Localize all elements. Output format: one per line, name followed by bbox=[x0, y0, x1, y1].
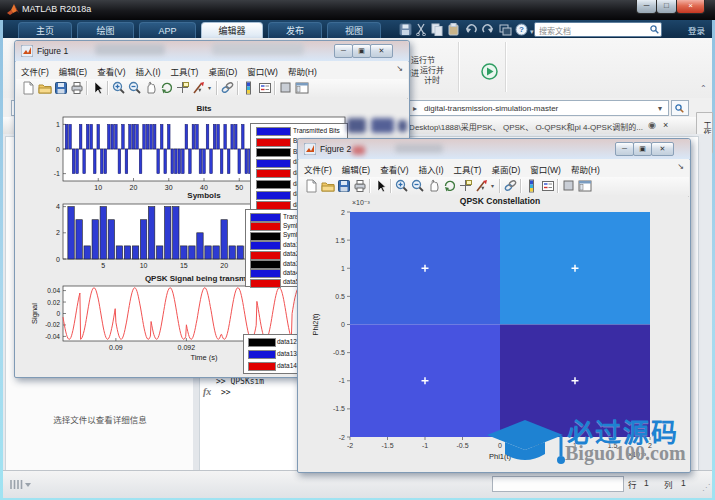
address-dropdown-icon[interactable]: ▾ bbox=[658, 104, 662, 113]
toolstrip-tab-bar: 主页绘图APP编辑器发布视图 ?▾ 搜索文档 登录 bbox=[3, 20, 712, 38]
new-document-icon[interactable] bbox=[304, 179, 318, 193]
rotate-3d-icon[interactable] bbox=[443, 179, 457, 193]
pan-icon[interactable] bbox=[144, 81, 158, 95]
tab-editor[interactable]: 编辑器 bbox=[201, 22, 263, 39]
tab-2[interactable]: APP bbox=[139, 22, 196, 39]
menubar-overflow-icon[interactable]: ↘ bbox=[396, 64, 403, 73]
tab-4[interactable]: 发布 bbox=[268, 22, 322, 39]
figure2-menu-2[interactable]: 查看(V) bbox=[375, 160, 413, 175]
svg-text:15: 15 bbox=[180, 262, 188, 269]
link-plot-icon[interactable] bbox=[221, 81, 235, 95]
cursor-icon[interactable] bbox=[91, 81, 105, 95]
folder-search-button[interactable] bbox=[671, 100, 689, 116]
run-and-time-label2: 计时 bbox=[424, 74, 440, 85]
run-and-time-icon[interactable] bbox=[481, 63, 498, 80]
resize-grip[interactable]: ⋰ bbox=[702, 483, 710, 492]
figure2-menu-3[interactable]: 插入(I) bbox=[414, 160, 449, 175]
undo-icon[interactable] bbox=[465, 23, 478, 36]
tab-0[interactable]: 主页 bbox=[18, 22, 72, 39]
svg-text:-1: -1 bbox=[422, 442, 428, 449]
minimize-button[interactable]: ─ bbox=[334, 44, 353, 58]
show-plot-tools-icon[interactable] bbox=[578, 179, 592, 193]
maximize-button[interactable]: ▣ bbox=[633, 142, 652, 156]
figure1-menu-3[interactable]: 插入(I) bbox=[131, 62, 166, 77]
document-close-icon[interactable]: × bbox=[663, 120, 668, 130]
legend-swatch bbox=[256, 159, 291, 168]
close-button[interactable]: × bbox=[676, 0, 705, 14]
print-icon[interactable] bbox=[70, 81, 84, 95]
figure1-menu-0[interactable]: 文件(F) bbox=[16, 62, 54, 77]
figure2-menu-0[interactable]: 文件(F) bbox=[299, 160, 337, 175]
new-document-icon[interactable] bbox=[21, 81, 35, 95]
maximize-button[interactable]: □ bbox=[656, 0, 677, 14]
maximize-button[interactable]: ▣ bbox=[352, 44, 371, 58]
document-title[interactable]: Z\Desktop\1888\采用PSK、 QPSK、 O-QPSK和pi 4-… bbox=[402, 121, 643, 132]
svg-text:2: 2 bbox=[341, 209, 345, 216]
figure1-menu-4[interactable]: 工具(T) bbox=[166, 62, 204, 77]
figure2-menu-4[interactable]: 工具(T) bbox=[449, 160, 487, 175]
figure2-menu-1[interactable]: 编辑(E) bbox=[337, 160, 375, 175]
figure2-menu-5[interactable]: 桌面(D) bbox=[486, 160, 525, 175]
insert-colorbar-icon[interactable] bbox=[525, 179, 539, 193]
tab-1[interactable]: 绘图 bbox=[77, 22, 134, 39]
open-folder-icon[interactable] bbox=[321, 179, 335, 193]
insert-legend-icon[interactable] bbox=[258, 81, 272, 95]
show-plot-tools-icon[interactable] bbox=[295, 81, 309, 95]
figure1-menu-2[interactable]: 查看(V) bbox=[92, 62, 130, 77]
figure1-menu-6[interactable]: 窗口(W) bbox=[242, 62, 283, 77]
brush-icon[interactable] bbox=[475, 179, 489, 193]
collapse-toolstrip-icon[interactable]: ⌃ bbox=[700, 84, 707, 93]
figure2-menu-7[interactable]: 帮助(H) bbox=[566, 160, 605, 175]
close-button[interactable]: ✕ bbox=[651, 142, 674, 156]
help-icon[interactable]: ? bbox=[515, 23, 528, 36]
open-folder-icon[interactable] bbox=[38, 81, 52, 95]
rotate-3d-icon[interactable] bbox=[160, 81, 174, 95]
data-cursor-icon[interactable] bbox=[459, 179, 473, 193]
figure2-menu-6[interactable]: 窗口(W) bbox=[525, 160, 566, 175]
search-icon[interactable] bbox=[650, 25, 659, 34]
hide-plot-tools-icon[interactable] bbox=[279, 81, 293, 95]
brush-dropdown-icon[interactable]: ▾ bbox=[208, 84, 211, 91]
minimize-button[interactable]: ─ bbox=[615, 142, 634, 156]
save-icon[interactable] bbox=[399, 23, 412, 36]
cursor-icon[interactable] bbox=[374, 179, 388, 193]
status-grip-icon[interactable] bbox=[10, 479, 32, 490]
brush-dropdown-icon[interactable]: ▾ bbox=[491, 182, 494, 189]
figure1-menu-7[interactable]: 帮助(H) bbox=[283, 62, 322, 77]
zoom-out-icon[interactable] bbox=[411, 179, 425, 193]
figure2-menu-bar: 文件(F)编辑(E)查看(V)插入(I)工具(T)桌面(D)窗口(W)帮助(H)… bbox=[299, 159, 689, 178]
figure1-menu-5[interactable]: 桌面(D) bbox=[203, 62, 242, 77]
legend-swatch bbox=[250, 251, 281, 260]
minimize-button[interactable]: ─ bbox=[636, 0, 657, 14]
sign-in-link[interactable]: 登录 bbox=[688, 24, 705, 36]
brush-icon[interactable] bbox=[192, 81, 206, 95]
tab-5[interactable]: 视图 bbox=[327, 22, 381, 39]
insert-colorbar-icon[interactable] bbox=[242, 81, 256, 95]
copy-icon[interactable] bbox=[431, 23, 444, 36]
document-menu-icon[interactable]: ◉ bbox=[648, 120, 656, 130]
quick-access-dropdown-icon[interactable]: ▾ bbox=[530, 28, 534, 36]
switch-windows-icon[interactable] bbox=[499, 23, 512, 36]
save-icon[interactable] bbox=[54, 81, 68, 95]
figure1-menu-bar: 文件(F)编辑(E)查看(V)插入(I)工具(T)桌面(D)窗口(W)帮助(H)… bbox=[16, 61, 408, 80]
insert-legend-icon[interactable] bbox=[541, 179, 555, 193]
menubar-overflow-icon[interactable]: ↘ bbox=[677, 162, 684, 171]
link-plot-icon[interactable] bbox=[504, 179, 518, 193]
close-button[interactable]: ✕ bbox=[370, 44, 393, 58]
doc-search-box[interactable]: 搜索文档 bbox=[534, 22, 662, 37]
svg-text:-2: -2 bbox=[347, 442, 353, 449]
svg-text:-0.5: -0.5 bbox=[333, 349, 345, 356]
data-cursor-icon[interactable] bbox=[176, 81, 190, 95]
hide-plot-tools-icon[interactable] bbox=[562, 179, 576, 193]
svg-text:0: 0 bbox=[56, 146, 60, 153]
pan-icon[interactable] bbox=[427, 179, 441, 193]
redo-icon[interactable] bbox=[481, 23, 494, 36]
save-icon[interactable] bbox=[337, 179, 351, 193]
zoom-in-icon[interactable] bbox=[112, 81, 126, 95]
print-icon[interactable] bbox=[353, 179, 367, 193]
figure1-menu-1[interactable]: 编辑(E) bbox=[54, 62, 92, 77]
paste-icon[interactable] bbox=[447, 23, 460, 36]
cut-icon[interactable] bbox=[415, 23, 428, 36]
zoom-out-icon[interactable] bbox=[128, 81, 142, 95]
zoom-in-icon[interactable] bbox=[395, 179, 409, 193]
